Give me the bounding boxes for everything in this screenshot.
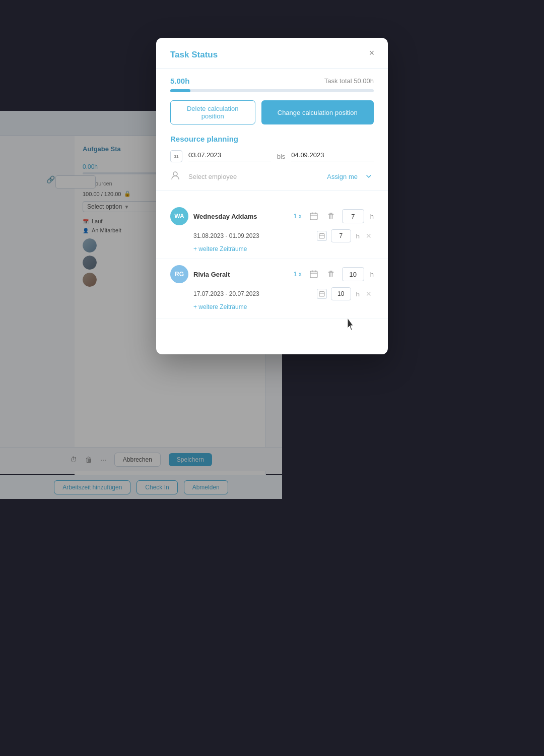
employee-entry-0: WA Wednesday Addams 1 x h [156,201,388,259]
svg-rect-1 [310,213,317,220]
assign-dropdown-icon[interactable] [364,171,374,181]
cursor-area [156,319,388,334]
modal-header: Task Status [156,38,388,69]
calendar-icon-sm-1[interactable] [317,289,327,299]
resource-planning-title: Resource planning [156,135,388,143]
remove-range-btn-0[interactable]: ✕ [364,231,374,241]
employee-name-1: Rivia Geralt [193,271,289,278]
modal-bottom-spacer [156,334,388,354]
assign-me-button[interactable]: Assign me [327,173,358,180]
task-hours-row: 5.00h Task total 50.00h [170,77,374,85]
count-badge-1: 1 x [294,271,302,278]
person-icon [170,170,182,182]
task-actions-row: Delete calculation position Change calcu… [170,100,374,124]
date-range-text-0: 31.08.2023 - 01.09.2023 [193,232,313,239]
start-date-field[interactable]: 03.07.2023 [188,151,271,161]
modal-close-button[interactable]: × [365,46,379,60]
range-hours-input-1[interactable] [331,287,351,300]
calendar-icon-sm-0[interactable] [317,231,327,241]
change-calc-position-button[interactable]: Change calculation position [261,100,374,124]
modal-title: Task Status [170,50,374,60]
employee-entry-1: RG Rivia Geralt 1 x h [156,259,388,319]
date-range-row: 31 03.07.2023 bis 04.09.2023 [156,150,388,162]
task-summary: 5.00h Task total 50.00h Delete calculati… [156,69,388,124]
task-status-modal: × Task Status 5.00h Task total 50.00h De… [156,38,388,354]
add-more-btn-1[interactable]: + weitere Zeiträume [193,303,247,310]
delete-calc-position-button[interactable]: Delete calculation position [170,100,255,124]
h-label-1: h [370,271,374,278]
h-label-0: h [370,213,374,220]
task-progress-bar-bg [170,89,374,92]
modal-overlay: × Task Status 5.00h Task total 50.00h De… [0,0,544,756]
hours-input-1[interactable] [342,267,364,281]
calendar-btn-0[interactable] [308,210,320,222]
employee-header-1: RG Rivia Geralt 1 x h [170,265,374,283]
calendar-date-num: 31 [174,154,179,159]
svg-rect-2 [319,234,324,239]
delete-btn-0[interactable] [325,210,337,222]
calendar-btn-1[interactable] [308,268,320,280]
date-range-text-1: 17.07.2023 - 20.07.2023 [193,290,313,297]
calendar-icon: 31 [170,150,182,162]
range-hours-input-0[interactable] [331,229,351,242]
svg-rect-4 [319,292,324,297]
employee-select-row: Select employee Assign me [156,170,388,191]
employee-header-0: WA Wednesday Addams 1 x h [170,207,374,225]
date-range-row-0: 31.08.2023 - 01.09.2023 h ✕ [193,229,374,242]
cursor-icon [346,317,358,332]
date-range-row-1: 17.07.2023 - 20.07.2023 h ✕ [193,287,374,300]
end-date-field[interactable]: 04.09.2023 [291,151,374,161]
avatar-wa: WA [170,207,188,225]
add-more-btn-0[interactable]: + weitere Zeiträume [193,245,247,253]
hours-input-0[interactable] [342,209,364,223]
employee-name-0: Wednesday Addams [193,213,289,220]
select-employee-placeholder[interactable]: Select employee [188,173,321,180]
svg-rect-3 [310,271,317,278]
date-separator: bis [277,153,286,160]
remove-range-btn-1[interactable]: ✕ [364,289,374,299]
range-h-label-0: h [356,232,360,240]
avatar-rg: RG [170,265,188,283]
range-h-label-1: h [356,290,360,298]
task-hours-value: 5.00h [170,77,189,85]
svg-point-0 [173,172,177,176]
delete-btn-1[interactable] [325,268,337,280]
count-badge-0: 1 x [294,213,302,220]
task-hours-total: Task total 50.00h [324,77,374,85]
task-progress-bar-fill [170,89,190,92]
